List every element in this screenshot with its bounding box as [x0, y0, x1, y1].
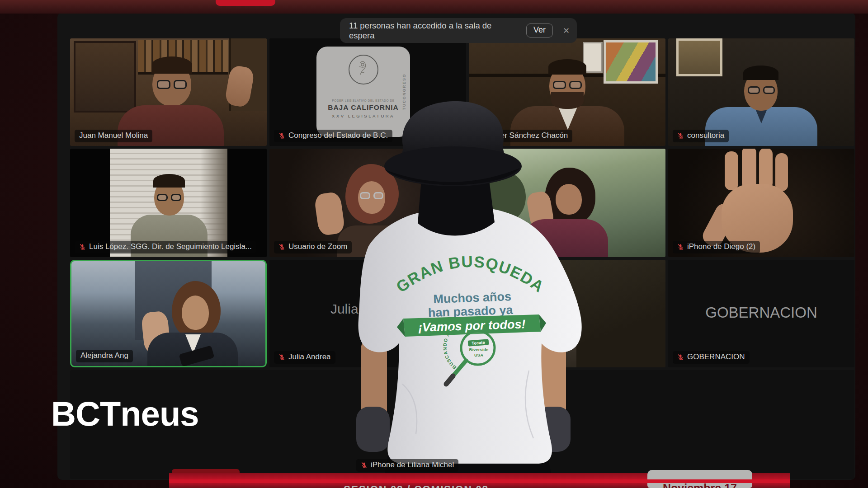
glasses	[157, 80, 187, 89]
name-label: GOBERNACION	[673, 351, 750, 364]
video-tile-gobernacion[interactable]: GOBERNACION GOBERNACION	[668, 260, 854, 367]
muted-mic-icon	[677, 354, 684, 361]
waiting-room-notification: 11 personas han accedido a la sala de es…	[340, 18, 577, 43]
close-icon[interactable]: ✕	[563, 26, 570, 36]
muted-mic-icon	[278, 354, 285, 361]
glass-line3: USA	[474, 352, 483, 357]
glasses	[553, 81, 582, 89]
banner-stripe	[169, 479, 790, 483]
name-label: consultoria	[673, 130, 729, 142]
name-label: Juan Manuel Molina	[75, 130, 152, 142]
frame-top-bar	[0, 0, 868, 14]
palm-finger	[759, 149, 773, 189]
muted-mic-icon	[278, 132, 285, 139]
video-tile-luis-lopez[interactable]: Luis López. SGG. Dir. de Seguimiento Leg…	[70, 149, 267, 257]
glasses	[157, 194, 181, 201]
news-frame: Juan Manuel Molina PODER LEGISLATIVO DEL…	[0, 0, 868, 488]
photo-shape	[74, 41, 136, 113]
date-box: Noviembre 17	[647, 470, 752, 488]
muted-mic-icon	[361, 462, 368, 469]
name-label: iPhone de Diego (2)	[673, 241, 760, 253]
framed-painting	[604, 40, 658, 84]
video-tile-iphone-de-diego[interactable]: iPhone de Diego (2)	[668, 149, 854, 257]
muted-mic-icon	[677, 244, 684, 250]
muted-mic-icon	[79, 244, 86, 250]
bucket-hat-brim	[384, 146, 522, 186]
ticker-text: SESION 03 / COMISION 03	[344, 484, 660, 488]
glass-line2: Riverside	[469, 347, 489, 352]
frame-red-graphic	[216, 0, 275, 6]
congreso-seal-icon	[349, 55, 378, 84]
ver-button[interactable]: Ver	[526, 23, 553, 38]
palm-finger	[742, 149, 756, 189]
name-label: Luis López. SGG. Dir. de Seguimiento Leg…	[75, 241, 256, 253]
participant-hair	[153, 174, 185, 188]
video-tile-consultoria[interactable]: consultoria	[668, 38, 854, 146]
notification-text: 11 personas han accedido a la sala de es…	[349, 21, 515, 41]
participant-hair	[743, 66, 778, 80]
display-name: GOBERNACION	[668, 304, 854, 321]
name-label: Julia Andrea	[274, 351, 335, 364]
participant-hair	[151, 56, 192, 74]
video-tile-juan-manuel-molina[interactable]: Juan Manuel Molina	[70, 38, 267, 146]
participant-head	[182, 296, 209, 330]
video-tile-alejandra-ang-active-speaker[interactable]: Alejandra Ang	[70, 260, 267, 367]
glasses	[748, 86, 775, 94]
participant-hair	[548, 59, 586, 75]
muted-mic-icon	[677, 132, 684, 139]
palm-finger	[775, 153, 788, 191]
framed-picture	[676, 38, 722, 76]
foreground-person: GRAN BUSQUEDA Muchos años han pasado ya …	[335, 90, 606, 488]
glass-ribbon-text: Tecate	[472, 340, 485, 346]
name-label: iPhone de Liliana Michel	[356, 459, 458, 472]
muted-mic-icon	[278, 244, 285, 250]
channel-watermark: BCTneus	[51, 394, 199, 433]
palm-finger	[725, 151, 738, 190]
name-label: Alejandra Ang	[76, 350, 133, 362]
